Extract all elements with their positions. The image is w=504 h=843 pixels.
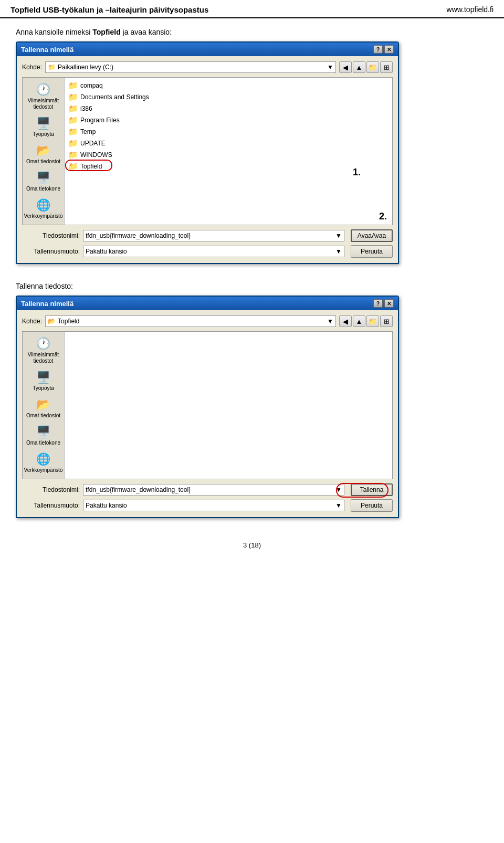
folder-i386-icon: 📁 — [68, 104, 78, 113]
up-btn[interactable]: ▲ — [353, 61, 365, 73]
clock-icon-2: 🕐 — [36, 337, 50, 351]
dialog-1: Tallenna nimellä ? ✕ Kohde: 📁 Paikalline… — [16, 41, 399, 264]
back-btn-2[interactable]: ◀ — [339, 315, 352, 327]
dialog-2-wrapper: Tallenna nimellä ? ✕ Kohde: 📂 Topfield ▼ — [16, 296, 399, 531]
dialog-2-toolbar: ◀ ▲ 📁 ⊞ — [339, 315, 393, 327]
page-header: Topfield USB-työkalun ja –laiteajurin pä… — [0, 0, 504, 18]
dialog-2-close-btn[interactable]: ✕ — [384, 299, 394, 308]
dialog-1-filename-value: tfdn_usb{firmware_downloading_tool} — [86, 232, 333, 239]
file-i386[interactable]: 📁 i386 — [67, 103, 390, 114]
dialog-1-filetype-combo[interactable]: Pakattu kansio ▼ — [83, 246, 344, 257]
dialog-2-filetype-row: Tallennusmuoto: Pakattu kansio ▼ Peruuta — [22, 499, 393, 512]
sidebar-desktop-label: Työpöytä — [33, 131, 54, 138]
sidebar-desktop[interactable]: 🖥️ Työpöytä — [24, 114, 63, 140]
dialog-1-filetype-label: Tallennusmuoto: — [22, 248, 80, 255]
combo-arrow: ▼ — [327, 64, 333, 71]
sidebar-mycomputer[interactable]: 🖥️ Oma tietokone — [24, 169, 63, 194]
step-1-annotation: 1. — [353, 167, 361, 178]
mycomputer-icon-2: 🖥️ — [36, 425, 50, 439]
filetype-combo-arrow: ▼ — [335, 248, 342, 255]
dialog-2-help-btn[interactable]: ? — [373, 299, 383, 308]
back-btn[interactable]: ◀ — [339, 61, 352, 73]
save-btn-label: Tallenna — [360, 486, 384, 493]
dialog-1-cancel-btn[interactable]: Peruuta — [351, 245, 393, 258]
dialog-1-filename-combo[interactable]: tfdn_usb{firmware_downloading_tool} ▼ — [83, 230, 344, 241]
dialog-1-wrapper: Tallenna nimellä ? ✕ Kohde: 📁 Paikalline… — [16, 41, 399, 277]
network-icon: 🌐 — [36, 198, 50, 212]
sidebar-recent-label: Viimeisimmättiedostot — [28, 98, 59, 110]
file-programfiles-label: Program Files — [80, 117, 120, 124]
new-folder-btn[interactable]: 📁 — [366, 61, 379, 73]
dialog-1-open-btn[interactable]: AvaaAvaa — [351, 229, 393, 242]
dialog-2-filetype-value: Pakattu kansio — [86, 502, 333, 509]
desktop-icon: 🖥️ — [36, 117, 50, 130]
dialog-2-location-label: Kohde: — [22, 318, 42, 325]
new-folder-btn-2[interactable]: 📁 — [366, 315, 379, 327]
clock-icon: 🕐 — [36, 83, 50, 97]
folder-compaq-icon: 📁 — [68, 81, 78, 90]
dialog-2-filename-combo[interactable]: tfdn_usb{firmware_downloading_tool} ▼ — [83, 484, 344, 496]
sidebar2-mydocs[interactable]: 📂 Omat tiedostot — [24, 396, 63, 421]
network-icon-2: 🌐 — [36, 452, 50, 466]
folder-icon: 📁 — [48, 64, 56, 71]
instruction-1: Anna kansiolle nimeksi Topfield ja avaa … — [16, 28, 488, 36]
dialog-2-filename-row: Tiedostonimi: tfdn_usb{firmware_download… — [22, 483, 393, 496]
footer-text: 3 (18) — [243, 541, 261, 549]
sidebar-network-label: Verkkoympäristö — [24, 213, 63, 219]
filetype-combo-arrow-2: ▼ — [335, 502, 342, 509]
sidebar2-network-label: Verkkoympäristö — [24, 467, 63, 473]
dialog-2-filelist[interactable] — [65, 332, 392, 479]
folder-topfield-icon: 📁 — [68, 162, 78, 171]
view-btn-2[interactable]: ⊞ — [380, 315, 393, 327]
mydocs-icon-2: 📂 — [36, 398, 50, 412]
dialog-1-body: Kohde: 📁 Paikallinen levy (C:) ▼ ◀ ▲ 📁 ⊞ — [17, 56, 398, 263]
file-topfield[interactable]: 📁 Topfield — [67, 161, 390, 172]
dialog-2-body: Kohde: 📂 Topfield ▼ ◀ ▲ 📁 ⊞ — [17, 310, 398, 517]
sidebar-network[interactable]: 🌐 Verkkoympäristö — [24, 196, 63, 222]
dialog-1-location-combo[interactable]: 📁 Paikallinen levy (C:) ▼ — [45, 61, 336, 73]
sidebar-recent[interactable]: 🕐 Viimeisimmättiedostot — [24, 81, 63, 112]
page-footer: 3 (18) — [16, 541, 488, 557]
dialog-1-location-value: Paikallinen levy (C:) — [58, 64, 325, 71]
file-i386-label: i386 — [80, 105, 92, 112]
dialog-2-cancel-btn[interactable]: Peruuta — [351, 499, 393, 512]
file-compaq-label: compaq — [80, 82, 103, 89]
dialog-1-title: Tallenna nimellä — [21, 46, 74, 54]
file-update[interactable]: 📁 UPDATE — [67, 138, 390, 149]
dialog-1-main: 🕐 Viimeisimmättiedostot 🖥️ Työpöytä 📂 Om… — [22, 77, 393, 225]
file-temp-label: Temp — [80, 128, 96, 135]
sidebar2-mycomputer-label: Oma tietokone — [26, 440, 60, 446]
sidebar-mydocs[interactable]: 📂 Omat tiedostot — [24, 142, 63, 167]
dialog-1-close-btn[interactable]: ✕ — [384, 45, 394, 54]
folder-icon-2: 📂 — [48, 318, 56, 325]
dialog-2-location-bar: Kohde: 📂 Topfield ▼ ◀ ▲ 📁 ⊞ — [22, 315, 393, 327]
folder-update-icon: 📁 — [68, 139, 78, 148]
dialog-2-titlebar-buttons: ? ✕ — [373, 299, 394, 308]
folder-windows-icon: 📁 — [68, 150, 78, 160]
sidebar2-desktop[interactable]: 🖥️ Työpöytä — [24, 368, 63, 394]
dialog-2-filetype-combo[interactable]: Pakattu kansio ▼ — [83, 500, 344, 511]
dialog-2-save-btn[interactable]: Tallenna — [351, 483, 393, 496]
file-programfiles[interactable]: 📁 Program Files — [67, 114, 390, 126]
sidebar2-recent[interactable]: 🕐 Viimeisimmättiedostot — [24, 335, 63, 366]
file-windows[interactable]: 📁 WINDOWS — [67, 149, 390, 161]
file-temp[interactable]: 📁 Temp — [67, 126, 390, 138]
file-documents-label: Documents and Settings — [80, 93, 149, 101]
view-btn[interactable]: ⊞ — [380, 61, 393, 73]
dialog-2-sidebar: 🕐 Viimeisimmättiedostot 🖥️ Työpöytä 📂 Om… — [23, 332, 65, 479]
sidebar2-mydocs-label: Omat tiedostot — [26, 413, 60, 419]
sidebar2-mycomputer[interactable]: 🖥️ Oma tietokone — [24, 423, 63, 448]
sidebar2-network[interactable]: 🌐 Verkkoympäristö — [24, 450, 63, 476]
dialog-1-help-btn[interactable]: ? — [373, 45, 383, 54]
file-documents[interactable]: 📁 Documents and Settings — [67, 91, 390, 103]
dialog-2-titlebar: Tallenna nimellä ? ✕ — [17, 297, 398, 310]
sidebar-mydocs-label: Omat tiedostot — [26, 159, 60, 165]
up-btn-2[interactable]: ▲ — [353, 315, 365, 327]
dialog-2-filename-value: tfdn_usb{firmware_downloading_tool} — [86, 486, 333, 493]
dialog-2-form-buttons: Tallenna — [351, 483, 393, 496]
dialog-2-filename-label: Tiedostonimi: — [22, 486, 80, 493]
dialog-1-form: Tiedostonimi: tfdn_usb{firmware_download… — [22, 229, 393, 258]
dialog-1-filelist[interactable]: 📁 compaq 📁 Documents and Settings 📁 i386 — [65, 78, 392, 225]
file-compaq[interactable]: 📁 compaq — [67, 80, 390, 91]
dialog-2-location-combo[interactable]: 📂 Topfield ▼ — [45, 315, 336, 327]
